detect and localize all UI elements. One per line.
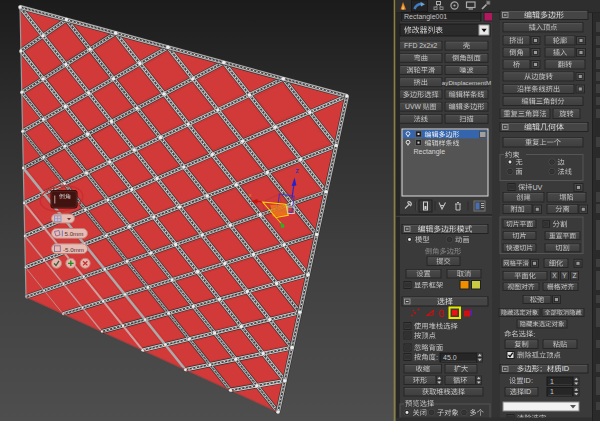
svg-text:Rectangle001: Rectangle001: [404, 13, 447, 21]
svg-text:X: X: [552, 272, 557, 279]
svg-text::: :: [436, 353, 438, 362]
svg-text:Z: Z: [295, 168, 299, 174]
svg-text:UVW: UVW: [405, 103, 421, 110]
svg-text:45.0: 45.0: [443, 354, 457, 361]
svg-text:-5.0mm: -5.0mm: [63, 246, 84, 253]
svg-text:5.0mm: 5.0mm: [65, 230, 84, 237]
svg-text:Rectangle: Rectangle: [414, 148, 446, 156]
svg-text:Y: Y: [562, 272, 567, 279]
svg-text:1: 1: [550, 378, 554, 385]
svg-text:Z: Z: [573, 272, 577, 279]
svg-text:FFD 2x2x2: FFD 2x2x2: [404, 42, 437, 49]
svg-text:ayDisplacementM: ayDisplacementM: [442, 79, 491, 86]
svg-text:1: 1: [550, 388, 554, 395]
svg-text::: :: [533, 330, 535, 339]
svg-text:ID: ID: [524, 387, 531, 396]
svg-text:ID: ID: [562, 364, 570, 373]
svg-text:UV: UV: [532, 183, 542, 192]
svg-text:ID:: ID:: [524, 376, 533, 385]
